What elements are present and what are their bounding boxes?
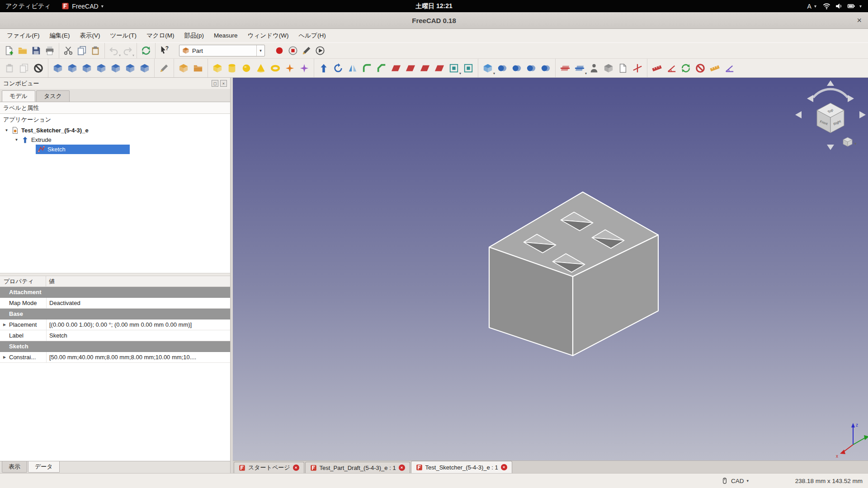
tab-close-button[interactable]: × — [399, 465, 405, 471]
property-value[interactable]: [50.00 mm;40.00 mm;8.00 mm;8.00 mm;10.00… — [46, 352, 230, 362]
property-row[interactable]: Base — [0, 309, 230, 319]
part-cut-button[interactable] — [509, 61, 524, 75]
workbench-selector-dropdown-icon[interactable]: ▾ — [256, 45, 264, 56]
macro-stop-button[interactable] — [286, 44, 300, 57]
redo-button[interactable] — [121, 44, 134, 57]
property-row[interactable]: Sketch — [0, 341, 230, 352]
input-method-indicator[interactable]: A ▾ — [806, 3, 818, 10]
activities-button[interactable]: アクティビティ — [0, 0, 56, 12]
part-common-button[interactable] — [538, 61, 553, 75]
print-button[interactable] — [43, 44, 57, 57]
open-file-button[interactable] — [16, 44, 29, 57]
property-value[interactable]: [(0.00 0.00 1.00); 0.00 °; (0.00 mm 0.00… — [46, 319, 230, 330]
part-section-button[interactable] — [558, 61, 572, 75]
copy-parameters-button[interactable] — [17, 61, 31, 75]
new-file-button[interactable] — [2, 44, 16, 57]
property-row[interactable]: Map Mode Deactivated — [0, 298, 230, 309]
toggle-axis-cross-button[interactable] — [630, 61, 645, 75]
stop-operation-button[interactable] — [31, 61, 46, 75]
part-make-face-button[interactable] — [389, 61, 403, 75]
std-group-button[interactable] — [191, 61, 205, 75]
view-right-button[interactable] — [94, 61, 108, 75]
window-titlebar[interactable]: FreeCAD 0.18 × — [0, 12, 868, 29]
macro-edit-button[interactable] — [300, 44, 313, 57]
measure-linear-button[interactable] — [650, 61, 664, 75]
std-part-button[interactable] — [176, 61, 191, 75]
cut-button[interactable] — [61, 44, 75, 57]
part-sweep-button[interactable] — [432, 61, 447, 75]
app-menu[interactable]: FreeCAD ▾ — [56, 0, 108, 12]
window-close-button[interactable]: × — [857, 12, 862, 28]
property-row[interactable]: ▶ Constrai... [50.00 mm;40.00 mm;8.00 mm… — [0, 352, 230, 363]
measure-toggle-all-button[interactable] — [708, 61, 722, 75]
property-row[interactable]: ▶ Placement [(0.00 0.00 1.00); 0.00 °; (… — [0, 319, 230, 330]
volume-icon[interactable] — [835, 2, 843, 10]
3d-viewport[interactable]: Top Front Right ▾ z — [233, 78, 868, 460]
workbench-selector[interactable]: Part ▾ — [179, 45, 265, 56]
menu-item[interactable]: ファイル(F) — [2, 29, 45, 42]
system-menu-chevron-icon[interactable]: ▾ — [859, 4, 862, 9]
part-fillet-button[interactable] — [360, 61, 374, 75]
menu-item[interactable]: ヘルプ(H) — [293, 29, 330, 42]
property-expand-icon[interactable]: ▶ — [0, 355, 9, 359]
measure-refresh-button[interactable] — [679, 61, 693, 75]
menu-item[interactable]: Measure — [209, 29, 243, 42]
property-expand-icon[interactable]: ▶ — [0, 323, 9, 327]
panel-float-button[interactable]: ◻ — [212, 80, 218, 87]
menu-item[interactable]: 編集(E) — [45, 29, 75, 42]
part-cone-button[interactable] — [254, 61, 268, 75]
part-thickness-button[interactable] — [461, 61, 476, 75]
part-compound-button[interactable] — [481, 61, 495, 75]
part-chamfer-button[interactable] — [374, 61, 389, 75]
tree-root-label[interactable]: アプリケーション — [0, 114, 230, 126]
tree-node-sketch[interactable]: Sketch — [0, 145, 230, 154]
part-extrude-button[interactable] — [316, 61, 331, 75]
whats-this-button[interactable] — [158, 44, 171, 57]
tree-node-body[interactable]: Test_Sketcher_(5-4-3)_e — [9, 126, 90, 135]
property-value[interactable] — [28, 341, 230, 352]
part-sphere-button[interactable] — [239, 61, 254, 75]
part-cylinder-button[interactable] — [225, 61, 239, 75]
property-editor-tab[interactable]: 表示 — [2, 461, 27, 473]
view-axonometric-button[interactable] — [51, 61, 65, 75]
combo-view-tab[interactable]: タスク — [36, 90, 70, 102]
copy-button[interactable] — [75, 44, 89, 57]
property-value[interactable] — [42, 287, 230, 297]
menu-item[interactable]: ツール(T) — [105, 29, 142, 42]
paste-button[interactable] — [89, 44, 102, 57]
tree-expand-caret-icon[interactable]: ▼ — [14, 138, 19, 142]
property-value[interactable] — [23, 309, 230, 319]
undo-button[interactable] — [107, 44, 121, 57]
measure-clear-all-button[interactable] — [693, 61, 708, 75]
part-loft-button[interactable] — [418, 61, 432, 75]
property-row[interactable]: Label Sketch — [0, 330, 230, 341]
combo-view-titlebar[interactable]: コンボビュー ◻ × — [0, 78, 230, 89]
tree-node-body[interactable]: Sketch — [36, 145, 130, 154]
check-geometry-button[interactable] — [587, 61, 601, 75]
view-bottom-button[interactable] — [123, 61, 137, 75]
combo-view-tab[interactable]: モデル — [2, 90, 35, 102]
menu-item[interactable]: マクロ(M) — [142, 29, 179, 42]
view-left-button[interactable] — [137, 61, 152, 75]
defeaturing-button[interactable] — [601, 61, 616, 75]
property-row[interactable]: Attachment — [0, 287, 230, 298]
chevron-down-icon[interactable]: ▾ — [746, 479, 749, 483]
battery-icon[interactable] — [847, 2, 855, 10]
navcube-menu-icon[interactable]: ▾ — [843, 137, 857, 146]
tree-expand-caret-icon[interactable]: ▼ — [4, 128, 9, 132]
paste-parameters-button[interactable] — [2, 61, 17, 75]
edit-placement-button[interactable] — [157, 61, 171, 75]
measure-angular-button[interactable] — [664, 61, 679, 75]
tree-node-document[interactable]: ▼ Test_Sketcher_(5-4-3)_e — [0, 126, 230, 135]
macro-record-button[interactable] — [273, 44, 286, 57]
document-tab[interactable]: スタートページ × — [234, 462, 304, 473]
tree-node-body[interactable]: Extrude — [19, 135, 53, 145]
view-top-button[interactable] — [80, 61, 94, 75]
macro-execute-button[interactable] — [313, 44, 327, 57]
property-value[interactable]: Deactivated — [46, 298, 230, 308]
part-torus-button[interactable] — [268, 61, 283, 75]
part-ruled-surface-button[interactable] — [403, 61, 418, 75]
menu-item[interactable]: 部品(p) — [179, 29, 209, 42]
measure-toggle-3d-button[interactable] — [722, 61, 736, 75]
property-column-header[interactable]: プロパティ — [0, 276, 46, 286]
